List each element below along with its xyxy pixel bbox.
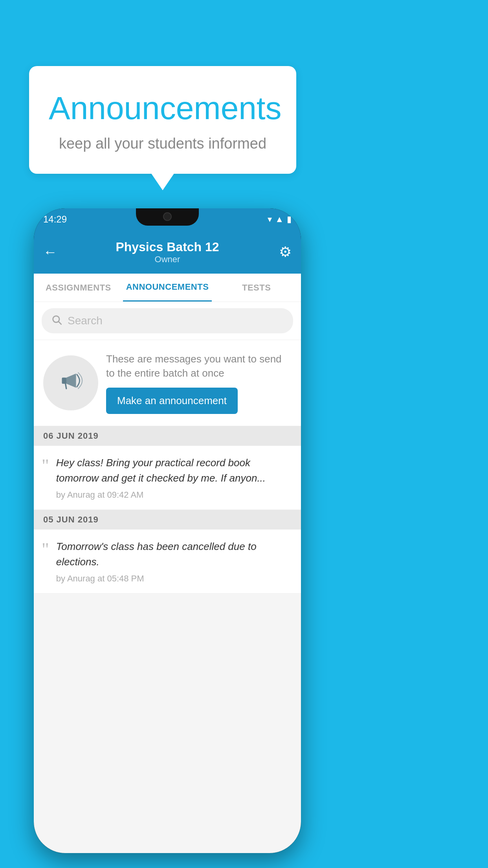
settings-button[interactable]: ⚙ <box>279 244 292 260</box>
tab-announcements[interactable]: ANNOUNCEMENTS <box>123 274 212 302</box>
phone-notch <box>136 208 199 226</box>
tab-tests[interactable]: TESTS <box>212 274 301 302</box>
speech-bubble: Announcements keep all your students inf… <box>29 66 296 174</box>
signal-icon: ▲ <box>275 214 284 224</box>
promo-content: These are messages you want to send to t… <box>106 352 292 414</box>
back-button[interactable]: ← <box>43 244 57 260</box>
search-placeholder: Search <box>68 314 103 327</box>
battery-icon: ▮ <box>287 214 292 224</box>
quote-icon-1: " <box>42 457 49 475</box>
announcement-content-1: Hey class! Bring your practical record b… <box>56 455 292 500</box>
search-container: Search <box>34 302 301 340</box>
app-header: ← Physics Batch 12 Owner ⚙ <box>34 230 301 274</box>
svg-line-1 <box>59 322 61 324</box>
make-announcement-button[interactable]: Make an announcement <box>106 388 238 414</box>
promo-description: These are messages you want to send to t… <box>106 352 292 381</box>
promo-icon-circle <box>43 355 98 410</box>
camera-dot <box>163 212 172 221</box>
status-icons: ▾ ▲ ▮ <box>268 214 292 224</box>
announcement-meta-2: by Anurag at 05:48 PM <box>56 574 292 584</box>
announcement-meta-1: by Anurag at 09:42 AM <box>56 490 292 500</box>
announcement-item-1: " Hey class! Bring your practical record… <box>34 446 301 510</box>
announcement-item-2: " Tomorrow's class has been cancelled du… <box>34 530 301 594</box>
header-subtitle: Owner <box>116 254 219 265</box>
announcement-text-2: Tomorrow's class has been cancelled due … <box>56 539 292 570</box>
quote-icon-2: " <box>42 541 49 559</box>
date-separator-2: 05 JUN 2019 <box>34 510 301 530</box>
bubble-subtitle: keep all your students informed <box>49 135 277 152</box>
header-title-group: Physics Batch 12 Owner <box>116 240 219 265</box>
search-bar[interactable]: Search <box>42 308 293 333</box>
wifi-icon: ▾ <box>268 214 272 224</box>
tab-assignments[interactable]: ASSIGNMENTS <box>34 274 123 302</box>
announcement-content-2: Tomorrow's class has been cancelled due … <box>56 539 292 584</box>
tab-bar: ASSIGNMENTS ANNOUNCEMENTS TESTS <box>34 274 301 302</box>
phone-screen: Search These are messages you want to se… <box>34 302 301 853</box>
phone-frame: 14:29 ▾ ▲ ▮ ← Physics Batch 12 Owner ⚙ A… <box>34 208 301 853</box>
status-time: 14:29 <box>43 214 67 225</box>
search-icon <box>51 314 62 328</box>
header-title: Physics Batch 12 <box>116 240 219 254</box>
date-separator-1: 06 JUN 2019 <box>34 426 301 446</box>
promo-card: These are messages you want to send to t… <box>34 340 301 426</box>
bubble-title: Announcements <box>49 90 277 127</box>
announcement-text-1: Hey class! Bring your practical record b… <box>56 455 292 486</box>
megaphone-icon <box>57 366 85 400</box>
